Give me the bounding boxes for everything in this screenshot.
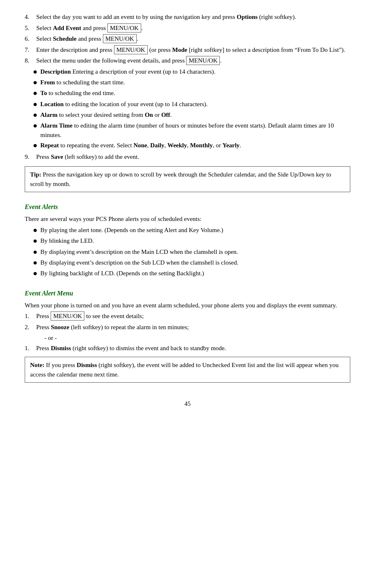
menu-ok-1: MENU/OK bbox=[107, 23, 141, 33]
step-7: 7. Enter the description and press MENU/… bbox=[25, 45, 350, 55]
none-label: None bbox=[133, 142, 147, 149]
step-6: 6. Select Schedule and press MENU/OK. bbox=[25, 34, 350, 44]
on-label: On bbox=[145, 112, 153, 118]
alert-menu-steps: 1. Press MENU/OK to see the event detail… bbox=[25, 311, 350, 332]
step-8: 8. Select the menu under the following e… bbox=[25, 56, 350, 65]
step-4: 4. Select the day you want to add an eve… bbox=[25, 12, 350, 22]
add-event-label: Add Event bbox=[53, 25, 81, 31]
description-label: Description bbox=[40, 68, 71, 75]
menu-ok-3: MENU/OK bbox=[114, 45, 148, 54]
repeat-label: Repeat bbox=[40, 142, 59, 149]
menu-ok-2: MENU/OK bbox=[103, 34, 137, 43]
yearly-label: Yearly bbox=[222, 142, 240, 149]
dismiss-label-1: Dismiss bbox=[51, 345, 71, 351]
tip-label: Tip: bbox=[30, 171, 41, 178]
alert-bullet-3: ● By displaying event’s description on t… bbox=[25, 247, 350, 257]
bullet-repeat: ● Repeat to repeating the event. Select … bbox=[25, 141, 350, 150]
bullet-from: ● From to scheduling the start time. bbox=[25, 78, 350, 87]
bullet-alarm: ● Alarm to select your desired setting f… bbox=[25, 110, 350, 120]
step-5: 5. Select Add Event and press MENU/OK. bbox=[25, 23, 350, 33]
or-separator: - or - bbox=[25, 333, 350, 343]
alarm-time-label: Alarm Time bbox=[40, 122, 72, 129]
weekly-label: Weekly bbox=[168, 142, 187, 149]
bullet-description: ● Description Entering a description of … bbox=[25, 67, 350, 77]
options-label: Options bbox=[237, 14, 258, 20]
alert-bullet-5: ● By lighting backlight of LCD. (Depends… bbox=[25, 269, 350, 278]
tip-box: Tip: Press the navigation key up or down… bbox=[25, 166, 350, 192]
location-label: Location bbox=[40, 101, 64, 107]
bullet-alarm-time: ● Alarm Time to editing the alarm time (… bbox=[25, 121, 350, 139]
alert-step-1: 1. Press MENU/OK to see the event detail… bbox=[25, 311, 350, 321]
alert-bullet-2: ● By blinking the LED. bbox=[25, 236, 350, 246]
bullet-location: ● Location to editing the location of yo… bbox=[25, 100, 350, 109]
to-label: To bbox=[40, 90, 47, 96]
event-alerts-list: ● By playing the alert tone. (Depends on… bbox=[25, 225, 350, 279]
alert-bullet-4: ● By displaying event’s description on t… bbox=[25, 258, 350, 267]
mode-label: Mode bbox=[172, 46, 187, 53]
menu-ok-5: MENU/OK bbox=[51, 311, 84, 321]
event-alerts-intro: There are several ways your PCS Phone al… bbox=[25, 214, 350, 224]
schedule-label: Schedule bbox=[53, 35, 77, 42]
off-label: Off bbox=[161, 112, 170, 118]
alert-bullet-1: ● By playing the alert tone. (Depends on… bbox=[25, 225, 350, 235]
monthly-label: Monthly bbox=[190, 142, 213, 149]
bullet-to: ● To to scheduling the end time. bbox=[25, 88, 350, 98]
alert-step-1b: 1. Press Dismiss (right softkey) to dism… bbox=[25, 344, 350, 353]
save-label: Save bbox=[51, 153, 63, 160]
menu-ok-4: MENU/OK bbox=[186, 56, 220, 65]
alert-step-2: 2. Press Snooze (left softkey) to repeat… bbox=[25, 323, 350, 332]
alert-step-1b-list: 1. Press Dismiss (right softkey) to dism… bbox=[25, 344, 350, 353]
from-label: From bbox=[40, 79, 55, 86]
event-details-list: ● Description Entering a description of … bbox=[25, 67, 350, 151]
steps-list: 4. Select the day you want to add an eve… bbox=[25, 12, 350, 65]
page-number: 45 bbox=[25, 399, 350, 409]
step-9-list: 9. Press Save (left softkey) to add the … bbox=[25, 152, 350, 162]
note-box: Note: If you press Dismiss (right softke… bbox=[25, 357, 350, 383]
event-alerts-title: Event Alerts bbox=[25, 202, 350, 212]
snooze-label: Snooze bbox=[51, 324, 69, 330]
step-9: 9. Press Save (left softkey) to add the … bbox=[25, 152, 350, 162]
event-alert-menu-intro: When your phone is turned on and you hav… bbox=[25, 301, 350, 310]
alarm-label: Alarm bbox=[40, 112, 58, 118]
event-alert-menu-title: Event Alert Menu bbox=[25, 288, 350, 298]
note-label: Note: bbox=[30, 362, 44, 368]
dismiss-label-2: Dismiss bbox=[77, 362, 97, 368]
tip-text: Press the navigation key up or down to s… bbox=[30, 171, 331, 187]
daily-label: Daily bbox=[150, 142, 164, 149]
